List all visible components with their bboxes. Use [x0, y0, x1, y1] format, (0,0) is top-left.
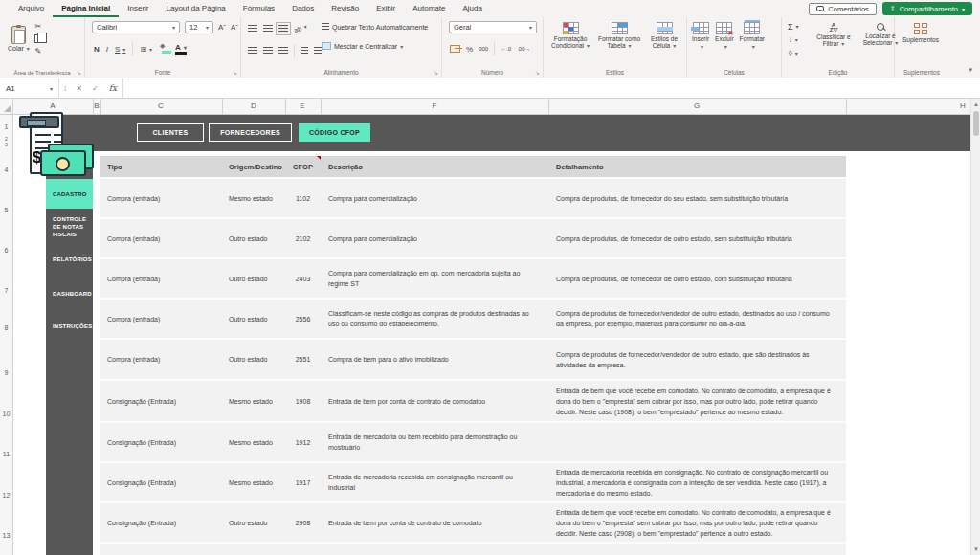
- addins-button[interactable]: Suplementos: [902, 23, 939, 43]
- cell-detalhamento[interactable]: Entrada de bem que você recebe em comoda…: [548, 381, 846, 421]
- share-button[interactable]: ⇧ Compartilhamento ▾: [882, 2, 972, 15]
- cell-origem[interactable]: Mesmo estado: [222, 463, 285, 501]
- cell-detalhamento[interactable]: Compra de produtos, de fornecedor de out…: [548, 219, 846, 257]
- cell-descricao[interactable]: Classificam-se neste código as compras d…: [321, 300, 548, 338]
- row-header-7[interactable]: 7: [0, 287, 12, 294]
- cell-detalhamento[interactable]: Compra de produtos, de fornecedor de out…: [548, 259, 846, 298]
- sidebar-item-controle-notas[interactable]: CONTROLE DE NOTAS FISCAIS: [46, 216, 93, 237]
- menu-tab-dados[interactable]: Dados: [283, 0, 323, 17]
- menu-tab-inserir[interactable]: Inserir: [119, 0, 157, 17]
- column-header-b[interactable]: B: [94, 101, 99, 110]
- row-header-1[interactable]: 1: [0, 123, 12, 130]
- font-dialog-launcher[interactable]: ↘: [233, 69, 237, 76]
- row-header-11[interactable]: 11: [0, 451, 12, 457]
- decrease-decimal-icon[interactable]: .00→: [517, 46, 530, 52]
- cell-origem[interactable]: Mesmo estado: [222, 423, 285, 461]
- number-dialog-launcher[interactable]: ↘: [535, 69, 540, 76]
- cell-descricao[interactable]: Entrada de mercadoria ou bem recebido pa…: [321, 423, 548, 461]
- increase-decimal-icon[interactable]: ←.0: [501, 46, 511, 52]
- cell-origem[interactable]: Outro estado: [222, 300, 285, 338]
- cancel-icon[interactable]: ✕: [71, 84, 87, 93]
- shrink-font-icon[interactable]: Aˇ: [231, 22, 238, 33]
- cell-descricao[interactable]: Entrada de mercadoria ou bem recebido pa…: [321, 544, 548, 555]
- cell-cfop[interactable]: 1908: [285, 381, 321, 421]
- merge-center-button[interactable]: Mesclar e Centralizar: [322, 42, 403, 50]
- clear-icon[interactable]: ◊: [788, 48, 799, 58]
- header-detalhamento[interactable]: Detalhamento: [548, 163, 846, 171]
- increase-indent-icon[interactable]: [314, 47, 322, 55]
- cell-tipo[interactable]: Consignação (Entrada): [100, 381, 222, 421]
- cell-styles-button[interactable]: Estilos de Célula: [645, 22, 683, 50]
- cell-detalhamento[interactable]: Compra de produtos, de fornecedor do seu…: [548, 179, 846, 217]
- column-header-d[interactable]: D: [251, 101, 256, 110]
- collapse-ribbon-icon[interactable]: ▾: [969, 66, 972, 74]
- italic-button[interactable]: I: [106, 44, 108, 55]
- cell-tipo[interactable]: Consignação (Entrada): [100, 463, 222, 501]
- cell-origem[interactable]: Outro estado: [222, 259, 285, 298]
- cell-descricao[interactable]: Compra para comercialização: [321, 219, 548, 257]
- cell-descricao[interactable]: Compra para comercialização em op. com m…: [321, 259, 548, 298]
- menu-tab-exibir[interactable]: Exibir: [368, 0, 404, 17]
- cell-tipo[interactable]: [100, 544, 222, 555]
- header-origem-destino[interactable]: Origem/Destino: [222, 163, 285, 171]
- fill-color-button[interactable]: [159, 45, 168, 54]
- conditional-formatting-button[interactable]: Formatação Condicional: [547, 22, 593, 50]
- cell-descricao[interactable]: Compra para comercialização: [321, 179, 548, 217]
- insert-cells-button[interactable]: Inserir: [692, 22, 709, 51]
- row-header-8[interactable]: 8: [0, 324, 12, 331]
- column-header-f[interactable]: F: [433, 101, 437, 110]
- delete-cells-button[interactable]: Excluir: [715, 22, 734, 51]
- name-box[interactable]: A1 ▾: [0, 78, 59, 98]
- scroll-up-icon[interactable]: ▲: [971, 101, 980, 107]
- row-header-5[interactable]: 5: [0, 207, 12, 213]
- cell-detalhamento[interactable]: Compra de produtos de fornecedor/vendedo…: [548, 340, 846, 379]
- cell-detalhamento[interactable]: Entrada de mercadoria recebida em consig…: [548, 463, 846, 501]
- row-header-4[interactable]: 4: [0, 166, 12, 173]
- menu-tab-revisao[interactable]: Revisão: [323, 0, 368, 17]
- cell-origem[interactable]: Outro estado: [222, 503, 285, 542]
- cell-origem[interactable]: Mesmo estado: [222, 179, 285, 217]
- align-center-icon[interactable]: [263, 47, 273, 55]
- grow-font-icon[interactable]: Aˆ: [218, 22, 226, 33]
- row-header-3[interactable]: 3: [0, 142, 12, 147]
- copy-icon[interactable]: [34, 34, 42, 43]
- row-header-10[interactable]: 10: [0, 411, 12, 417]
- cut-icon[interactable]: ✂: [34, 21, 42, 32]
- decrease-indent-icon[interactable]: [301, 47, 308, 55]
- row-header-13[interactable]: 13: [0, 532, 12, 539]
- enter-icon[interactable]: ✓: [87, 84, 103, 93]
- cell-tipo[interactable]: Compra (entrada): [100, 340, 222, 379]
- align-bottom-icon[interactable]: [278, 25, 288, 33]
- cell-tipo[interactable]: Consignação (Entrada): [100, 423, 222, 461]
- cell-tipo[interactable]: Consignação (Entrada): [100, 503, 222, 542]
- cell-cfop[interactable]: 1102: [285, 179, 321, 217]
- sort-filter-button[interactable]: AZ▽ Classificar e Filtrar: [814, 23, 853, 48]
- menu-tab-layout[interactable]: Layout da Página: [158, 0, 234, 17]
- cell-detalhamento[interactable]: [548, 544, 846, 555]
- autosum-icon[interactable]: Σ: [788, 21, 799, 32]
- cell-cfop[interactable]: 1917: [285, 463, 321, 501]
- sidebar-item-relatorios[interactable]: RELATÓRIOS: [46, 253, 93, 266]
- header-descricao[interactable]: Descrição: [321, 163, 548, 171]
- sidebar-item-cadastro[interactable]: CADASTRO: [46, 179, 93, 209]
- cell-detalhamento[interactable]: Compra de produtos de fornecedor/vendedo…: [548, 300, 846, 338]
- cell-cfop[interactable]: 2551: [285, 340, 321, 379]
- scroll-down-icon[interactable]: ▼: [971, 546, 980, 552]
- formula-input[interactable]: [122, 78, 980, 98]
- vertical-scrollbar[interactable]: ▲ ▼: [970, 99, 980, 555]
- borders-button[interactable]: ⊞: [140, 44, 152, 55]
- cell-origem[interactable]: Outro estado: [222, 219, 285, 257]
- column-header-c[interactable]: C: [158, 101, 164, 110]
- cell-tipo[interactable]: Compra (entrada): [100, 179, 222, 217]
- menu-tab-arquivo[interactable]: Arquivo: [10, 0, 53, 17]
- percent-style-button[interactable]: %: [466, 44, 473, 55]
- column-header-h[interactable]: H: [960, 101, 966, 110]
- sidebar-item-instrucoes[interactable]: INSTRUÇÕES: [46, 320, 93, 333]
- nav-button-clientes[interactable]: CLIENTES: [137, 123, 204, 142]
- column-header-e[interactable]: E: [300, 101, 304, 110]
- cell-descricao[interactable]: Compra de bem para o ativo imobilizado: [321, 340, 548, 379]
- align-middle-icon[interactable]: [263, 25, 273, 33]
- menu-tab-automate[interactable]: Automate: [404, 0, 454, 17]
- header-cfop[interactable]: CFOP: [285, 156, 321, 177]
- cell-cfop[interactable]: 1912: [285, 423, 321, 461]
